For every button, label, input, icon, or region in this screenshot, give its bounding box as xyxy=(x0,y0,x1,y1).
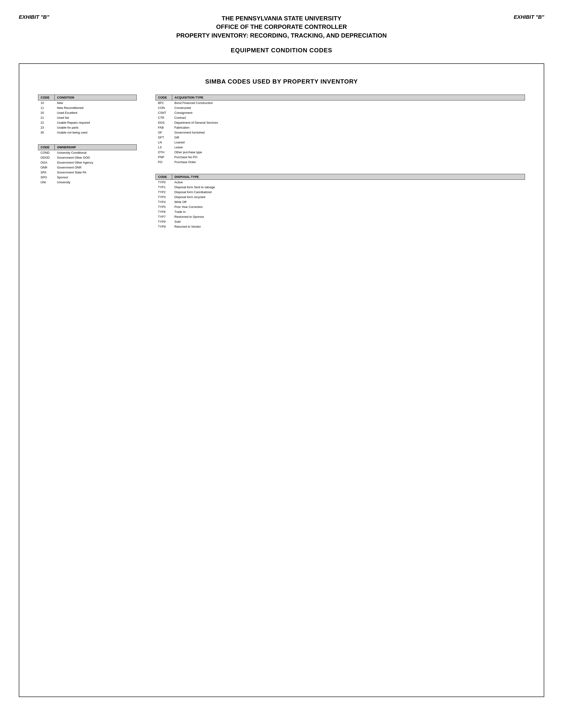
outer-box: SIMBA CODES USED BY PROPERTY INVENTORY C… xyxy=(19,63,544,697)
value-cell: Purchase Order xyxy=(172,160,525,165)
code-cell: TYP9 xyxy=(156,224,172,229)
code-cell: SPO xyxy=(38,175,55,180)
page-header: EXHIBIT "B" THE PENNSYLVANIA STATE UNIVE… xyxy=(19,14,544,40)
value-cell: Lease xyxy=(172,145,525,150)
exhibit-label-right: EXHIBIT "B" xyxy=(514,14,544,20)
value-cell: New xyxy=(55,100,137,106)
value-cell: Bond Financed Construction xyxy=(172,100,525,106)
code-cell: DGS xyxy=(156,120,172,125)
table-row: 22Usable Repairs required xyxy=(38,120,137,125)
code-cell: TYP6 xyxy=(156,209,172,214)
ownership-table: CODE OWNERSHIP CONDUniversity Conditiona… xyxy=(38,144,137,185)
value-cell: Contract xyxy=(172,115,525,120)
table-row: POPurchase Order xyxy=(156,160,525,165)
disposal-col1-header: CODE xyxy=(156,174,172,180)
table-row: OGAGovernment Other Agency xyxy=(38,160,137,165)
code-cell: PNP xyxy=(156,155,172,160)
code-cell: ONR xyxy=(38,165,55,170)
code-cell: 22 xyxy=(38,120,55,125)
code-cell: TYP4 xyxy=(156,199,172,204)
code-cell: LS xyxy=(156,145,172,150)
table-row: GFGovernment furnished xyxy=(156,130,525,135)
code-cell: TYP5 xyxy=(156,204,172,209)
value-cell: Used fair xyxy=(55,115,137,120)
value-cell: Usable not being used xyxy=(55,130,137,135)
value-cell: Loaned xyxy=(172,140,525,145)
tables-area: CODE CONDITION 10New11New Reconditioned2… xyxy=(38,95,525,238)
table-row: GFTGift xyxy=(156,135,525,140)
code-cell: FAB xyxy=(156,125,172,130)
table-row: TYP0Active xyxy=(156,180,525,185)
table-row: FABFabrication xyxy=(156,125,525,130)
table-row: OTHOther purchase type xyxy=(156,150,525,155)
value-cell: Sold xyxy=(172,219,525,224)
section-title: SIMBA CODES USED BY PROPERTY INVENTORY xyxy=(38,78,525,85)
ownership-col1-header: CODE xyxy=(38,145,55,150)
code-cell: TYP7 xyxy=(156,214,172,219)
table-row: TYP1Disposal form Sent to salvage xyxy=(156,185,525,190)
table-row: 23Usable for parts xyxy=(38,125,137,130)
disposal-table: CODE DISPOSAL TYPE TYP0ActiveTYP1Disposa… xyxy=(155,174,525,229)
code-cell: 21 xyxy=(38,115,55,120)
value-cell: Active xyxy=(172,180,525,185)
ownership-col2-header: OWNERSHIP xyxy=(55,145,137,150)
code-cell: TYP2 xyxy=(156,190,172,195)
value-cell: Usable for parts xyxy=(55,125,137,130)
code-cell: OTH xyxy=(156,150,172,155)
table-row: TYP7Resturned to Sponsor xyxy=(156,214,525,219)
code-cell: 20 xyxy=(38,110,55,115)
value-cell: Government ONR xyxy=(55,165,137,170)
table-row: TYP3Disposal form recycled xyxy=(156,195,525,199)
code-cell: TYP0 xyxy=(156,180,172,185)
table-row: CONDUniversity Conditional xyxy=(38,150,137,155)
table-row: 21Used fair xyxy=(38,115,137,120)
table-row: PNPPurchase No PO xyxy=(156,155,525,160)
table-row: SPOSponsor xyxy=(38,175,137,180)
code-cell: CSNT xyxy=(156,110,172,115)
table-row: TYP5Prior Year Correction xyxy=(156,204,525,209)
value-cell: Disposal form Cannibalized xyxy=(172,190,525,195)
value-cell: Gift xyxy=(172,135,525,140)
value-cell: Consignment xyxy=(172,110,525,115)
table-row: CONConstructed xyxy=(156,105,525,110)
header-line2: OFFICE OF THE CORPORATE CONTROLLER xyxy=(59,23,505,31)
left-column: CODE CONDITION 10New11New Reconditioned2… xyxy=(38,95,137,194)
table-row: BFCBond Financed Construction xyxy=(156,100,525,106)
code-cell: 30 xyxy=(38,130,55,135)
value-cell: Government State PA xyxy=(55,170,137,175)
exhibit-label-left: EXHIBIT "B" xyxy=(19,14,49,20)
subtitle: EQUIPMENT CONDITION CODES xyxy=(19,47,544,54)
table-row: SPAGovernment State PA xyxy=(38,170,137,175)
code-cell: GFT xyxy=(156,135,172,140)
code-cell: TYP8 xyxy=(156,219,172,224)
table-row: LNLoaned xyxy=(156,140,525,145)
value-cell: Usable Repairs required xyxy=(55,120,137,125)
value-cell: Disposal form Sent to salvage xyxy=(172,185,525,190)
value-cell: Write Off xyxy=(172,199,525,204)
table-row: LSLease xyxy=(156,145,525,150)
table-row: DGSDepartment of General Services xyxy=(156,120,525,125)
header-line1: THE PENNSYLVANIA STATE UNIVERSITY xyxy=(59,14,505,23)
acquisition-table: CODE ACQUISITION TYPE BFCBond Financed C… xyxy=(155,95,525,165)
code-cell: GF xyxy=(156,130,172,135)
condition-col1-header: CODE xyxy=(38,95,55,100)
table-row: CSNTConsignment xyxy=(156,110,525,115)
acquisition-col1-header: CODE xyxy=(156,95,172,100)
table-row: ODODGovernment Other DOD xyxy=(38,155,137,160)
table-row: 11New Reconditioned xyxy=(38,105,137,110)
table-row: TYP6Trade In xyxy=(156,209,525,214)
value-cell: Department of General Services xyxy=(172,120,525,125)
value-cell: Trade In xyxy=(172,209,525,214)
code-cell: CTR xyxy=(156,115,172,120)
table-row: 30Usable not being used xyxy=(38,130,137,135)
title-main: THE PENNSYLVANIA STATE UNIVERSITY OFFICE… xyxy=(59,14,505,40)
value-cell: Used Excellent xyxy=(55,110,137,115)
code-cell: PO xyxy=(156,160,172,165)
header-center: THE PENNSYLVANIA STATE UNIVERSITY OFFICE… xyxy=(59,14,505,40)
value-cell: Constructed xyxy=(172,105,525,110)
code-cell: 10 xyxy=(38,100,55,106)
code-cell: TYP1 xyxy=(156,185,172,190)
table-row: TYP4Write Off xyxy=(156,199,525,204)
header-line3: PROPERTY INVENTORY: RECORDING, TRACKING,… xyxy=(59,31,505,40)
table-row: ONRGovernment ONR xyxy=(38,165,137,170)
